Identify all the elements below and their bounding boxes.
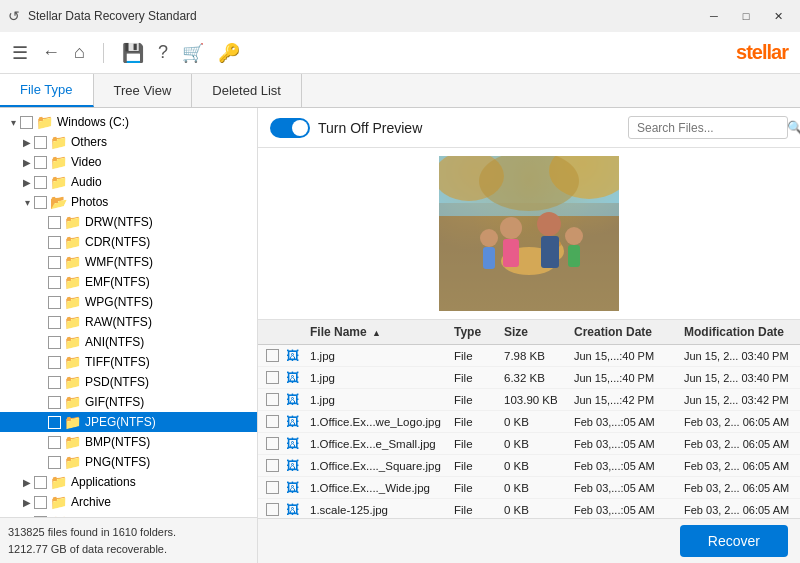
tree-checkbox[interactable] — [48, 336, 61, 349]
tree-checkbox[interactable] — [34, 176, 47, 189]
tree-item-applications[interactable]: ▶ 📁 Applications — [0, 472, 257, 492]
tree-label: TIFF(NTFS) — [85, 355, 150, 369]
file-checkbox[interactable] — [266, 481, 279, 494]
tree-item-gif[interactable]: 📁 GIF(NTFS) — [0, 392, 257, 412]
file-row[interactable]: 🖼 1.scale-125.jpg File 0 KB Feb 03,...:0… — [258, 499, 800, 518]
file-checkbox[interactable] — [266, 459, 279, 472]
file-name: 1.scale-125.jpg — [306, 501, 450, 519]
tree-item-photos[interactable]: ▾ 📂 Photos — [0, 192, 257, 212]
tree-item-archive[interactable]: ▶ 📁 Archive — [0, 492, 257, 512]
tree-checkbox[interactable] — [34, 136, 47, 149]
file-checkbox[interactable] — [266, 503, 279, 516]
file-row[interactable]: 🖼 1.Office.Ex...we_Logo.jpg File 0 KB Fe… — [258, 411, 800, 433]
file-checkbox[interactable] — [266, 437, 279, 450]
tree-item-psd[interactable]: 📁 PSD(NTFS) — [0, 372, 257, 392]
file-row[interactable]: 🖼 1.jpg File 6.32 KB Jun 15,...:40 PM Ju… — [258, 367, 800, 389]
folder-icon: 📁 — [64, 274, 81, 290]
tree-checkbox[interactable] — [48, 356, 61, 369]
preview-toggle[interactable]: Turn Off Preview — [270, 118, 422, 138]
search-box[interactable]: 🔍 — [628, 116, 788, 139]
tree-item-jpeg[interactable]: 📁 JPEG(NTFS) — [0, 412, 257, 432]
file-type: File — [450, 457, 500, 475]
tree-item-emf[interactable]: 📁 EMF(NTFS) — [0, 272, 257, 292]
tree-item-raw[interactable]: 📁 RAW(NTFS) — [0, 312, 257, 332]
tree-checkbox[interactable] — [48, 236, 61, 249]
file-checkbox-cell[interactable] — [258, 349, 286, 362]
toggle-track[interactable] — [270, 118, 310, 138]
tree-checkbox[interactable] — [48, 256, 61, 269]
tree-checkbox[interactable] — [20, 116, 33, 129]
file-checkbox-cell[interactable] — [258, 459, 286, 472]
tree-item-bmp[interactable]: 📁 BMP(NTFS) — [0, 432, 257, 452]
tree-item-audio[interactable]: ▶ 📁 Audio — [0, 172, 257, 192]
folder-icon: 📁 — [64, 314, 81, 330]
file-checkbox-cell[interactable] — [258, 481, 286, 494]
key-icon[interactable]: 🔑 — [218, 42, 240, 64]
preview-image — [439, 156, 619, 311]
tree-item-others[interactable]: ▶ 📁 Others — [0, 132, 257, 152]
tree-checkbox[interactable] — [48, 216, 61, 229]
tree-item-video[interactable]: ▶ 📁 Video — [0, 152, 257, 172]
header-filename[interactable]: File Name ▲ — [306, 320, 450, 344]
tab-file-type[interactable]: File Type — [0, 74, 94, 107]
svg-rect-11 — [503, 239, 519, 267]
cart-icon[interactable]: 🛒 — [182, 42, 204, 64]
file-checkbox-cell[interactable] — [258, 371, 286, 384]
expand-icon — [34, 395, 48, 409]
tree-item-png[interactable]: 📁 PNG(NTFS) — [0, 452, 257, 472]
tree-checkbox[interactable] — [48, 376, 61, 389]
file-checkbox-cell[interactable] — [258, 503, 286, 516]
tree-checkbox[interactable] — [48, 416, 61, 429]
file-type-icon: 🖼 — [286, 458, 306, 473]
close-button[interactable]: ✕ — [764, 6, 792, 26]
save-icon[interactable]: 💾 — [122, 42, 144, 64]
recover-button[interactable]: Recover — [680, 525, 788, 557]
maximize-button[interactable]: □ — [732, 6, 760, 26]
tree-checkbox[interactable] — [48, 436, 61, 449]
home-icon[interactable]: ⌂ — [74, 42, 85, 63]
file-checkbox[interactable] — [266, 371, 279, 384]
tab-deleted-list[interactable]: Deleted List — [192, 74, 302, 107]
tree-item-tiff[interactable]: 📁 TIFF(NTFS) — [0, 352, 257, 372]
tree-checkbox[interactable] — [34, 156, 47, 169]
file-row[interactable]: 🖼 1.jpg File 103.90 KB Jun 15,...:42 PM … — [258, 389, 800, 411]
tree-label: Photos — [71, 195, 108, 209]
file-name: 1.Office.Ex...._Square.jpg — [306, 457, 450, 475]
tree-checkbox[interactable] — [34, 196, 47, 209]
back-icon[interactable]: ← — [42, 42, 60, 63]
file-checkbox-cell[interactable] — [258, 393, 286, 406]
tree-checkbox[interactable] — [48, 296, 61, 309]
header-size[interactable]: Size — [500, 320, 570, 344]
help-icon[interactable]: ? — [158, 42, 168, 63]
file-checkbox[interactable] — [266, 393, 279, 406]
file-row[interactable]: 🖼 1.Office.Ex...._Square.jpg File 0 KB F… — [258, 455, 800, 477]
file-row[interactable]: 🖼 1.jpg File 7.98 KB Jun 15,...:40 PM Ju… — [258, 345, 800, 367]
tree-item-cdr[interactable]: 📁 CDR(NTFS) — [0, 232, 257, 252]
tree-checkbox[interactable] — [48, 276, 61, 289]
tab-tree-view[interactable]: Tree View — [94, 74, 193, 107]
tree-checkbox[interactable] — [48, 316, 61, 329]
file-checkbox[interactable] — [266, 349, 279, 362]
tree-checkbox[interactable] — [48, 456, 61, 469]
tree-checkbox[interactable] — [34, 476, 47, 489]
menu-icon[interactable]: ☰ — [12, 42, 28, 64]
header-created[interactable]: Creation Date — [570, 320, 680, 344]
tree-item-windows[interactable]: ▾ 📁 Windows (C:) — [0, 112, 257, 132]
file-checkbox-cell[interactable] — [258, 437, 286, 450]
file-row[interactable]: 🖼 1.Office.Ex...._Wide.jpg File 0 KB Feb… — [258, 477, 800, 499]
tree-item-ani[interactable]: 📁 ANI(NTFS) — [0, 332, 257, 352]
file-checkbox-cell[interactable] — [258, 415, 286, 428]
header-type[interactable]: Type — [450, 320, 500, 344]
search-input[interactable] — [637, 121, 787, 135]
file-name: 1.Office.Ex...we_Logo.jpg — [306, 413, 450, 431]
minimize-button[interactable]: ─ — [700, 6, 728, 26]
file-row[interactable]: 🖼 1.Office.Ex...e_Small.jpg File 0 KB Fe… — [258, 433, 800, 455]
file-modified: Feb 03, 2... 06:05 AM — [680, 479, 800, 497]
tree-item-wmf[interactable]: 📁 WMF(NTFS) — [0, 252, 257, 272]
tree-item-drw[interactable]: 📁 DRW(NTFS) — [0, 212, 257, 232]
tree-checkbox[interactable] — [34, 496, 47, 509]
tree-item-wpg[interactable]: 📁 WPG(NTFS) — [0, 292, 257, 312]
header-modified[interactable]: Modification Date — [680, 320, 800, 344]
file-checkbox[interactable] — [266, 415, 279, 428]
tree-checkbox[interactable] — [48, 396, 61, 409]
